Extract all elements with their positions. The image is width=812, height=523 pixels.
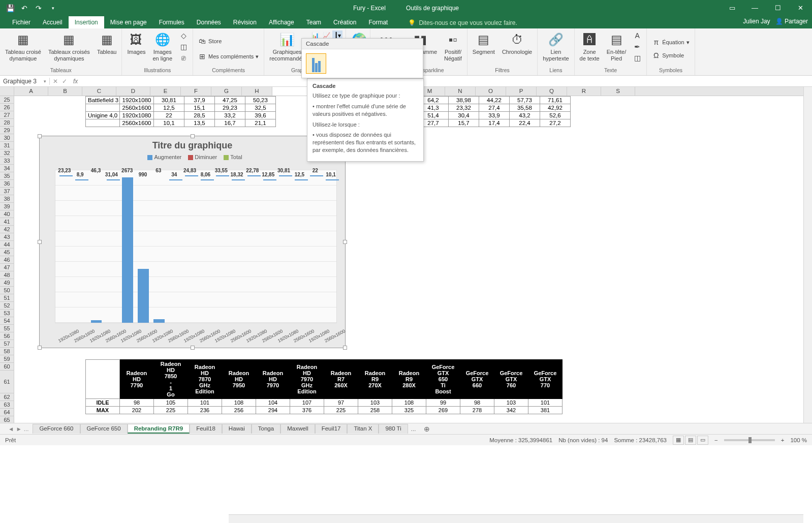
table-button[interactable]: ▦Tableau [95, 30, 119, 56]
table-header[interactable]: RadeonR9280X [392, 360, 426, 399]
col-header[interactable]: S [601, 87, 635, 96]
row-header[interactable]: 37 [0, 188, 14, 195]
tab-fichier[interactable]: Fichier [6, 16, 37, 28]
cell[interactable]: 325 [392, 407, 426, 414]
col-header[interactable]: F [181, 87, 211, 96]
cell[interactable]: 30,81 [154, 97, 184, 104]
qat-customize-icon[interactable]: ▾ [47, 2, 59, 14]
sheet-prev-icon[interactable]: ◄ [8, 426, 14, 432]
cancel-formula-icon[interactable]: ✕ [53, 78, 58, 85]
my-addins-button[interactable]: ⊞Mes compléments ▾ [196, 51, 261, 61]
row-header[interactable]: 41 [0, 218, 14, 226]
cell[interactable]: 269 [426, 407, 460, 414]
cell[interactable]: 225 [154, 407, 188, 414]
online-images-button[interactable]: 🌐Images en ligne [151, 30, 175, 63]
cell[interactable]: 38,98 [449, 97, 479, 104]
equation-button[interactable]: πÉquation ▾ [650, 37, 691, 47]
shapes-button[interactable]: ◇ [177, 30, 190, 41]
cell[interactable]: 13,5 [184, 119, 215, 127]
page-layout-icon[interactable]: ▤ [685, 436, 696, 445]
row-header[interactable]: 47 [0, 264, 14, 271]
undo-icon[interactable]: ↶ [18, 2, 30, 14]
cell[interactable]: 104 [256, 399, 290, 407]
table-header[interactable]: RadeonR9270X [358, 360, 392, 399]
user-name[interactable]: Julien Jay [743, 18, 770, 25]
cell[interactable]: 105 [154, 399, 188, 407]
row-header[interactable]: 29 [0, 127, 14, 134]
tab-affichage[interactable]: Affichage [263, 16, 300, 28]
cell[interactable]: 108 [222, 399, 256, 407]
ribbon-options-icon[interactable]: ▭ [721, 0, 743, 16]
hyperlink-button[interactable]: 🔗Lien hypertexte [541, 30, 571, 63]
row-header[interactable]: 45 [0, 249, 14, 256]
row-header[interactable]: 36 [0, 180, 14, 188]
close-icon[interactable]: ✕ [789, 0, 812, 16]
timeline-button[interactable]: ⏱Chronologie [500, 30, 534, 56]
cell[interactable]: 21,1 [245, 119, 276, 127]
sheet-more-icon[interactable]: ... [24, 426, 29, 432]
zoom-out-icon[interactable]: − [714, 437, 718, 443]
resize-handle[interactable] [38, 240, 42, 244]
row-header[interactable]: 58 [0, 348, 14, 355]
cell[interactable]: 258 [358, 407, 392, 414]
cell[interactable]: 98 [460, 399, 494, 407]
cell[interactable]: 98 [120, 399, 154, 407]
chart-bar[interactable] [326, 179, 339, 180]
resize-handle[interactable] [191, 134, 195, 138]
cell[interactable]: 12,5 [154, 104, 184, 112]
cell[interactable]: 376 [290, 407, 324, 414]
row-header[interactable]: 42 [0, 226, 14, 233]
resize-handle[interactable] [38, 346, 42, 350]
tab-team[interactable]: Team [300, 16, 327, 28]
row-header[interactable]: 52 [0, 302, 14, 310]
wordart-button[interactable]: A [631, 30, 643, 41]
row-header[interactable]: 57 [0, 340, 14, 348]
cell[interactable]: 225 [324, 407, 358, 414]
cell[interactable]: 47,25 [215, 97, 245, 104]
col-header[interactable]: R [567, 87, 601, 96]
chart-bar[interactable] [295, 179, 308, 180]
table-header[interactable]: RadeonHD7870GHzEdition [188, 360, 222, 399]
redo-icon[interactable]: ↷ [33, 2, 45, 14]
save-icon[interactable]: 💾 [4, 2, 16, 14]
cell[interactable]: 44,22 [479, 97, 510, 104]
tab-revision[interactable]: Révision [227, 16, 263, 28]
zoom-level[interactable]: 100 % [790, 437, 807, 443]
table-header[interactable]: RadeonHD7950 [222, 360, 256, 399]
cell[interactable]: 10,1 [154, 119, 184, 127]
chart-bar[interactable] [185, 175, 198, 176]
chart-bar[interactable] [138, 269, 149, 323]
row-header[interactable]: 65 [0, 416, 14, 423]
table-header[interactable]: GeForceGTX770 [528, 360, 563, 399]
table-row-header[interactable]: IDLE [86, 399, 120, 407]
chart-bar[interactable] [232, 179, 245, 180]
row-header[interactable]: 30 [0, 134, 14, 142]
screenshot-button[interactable]: ⎚ [177, 53, 190, 63]
row-header[interactable]: 64 [0, 409, 14, 416]
table-header[interactable] [86, 360, 120, 399]
cell[interactable]: 27,2 [540, 119, 571, 127]
cell[interactable]: 2560x1600 [120, 104, 154, 112]
cell[interactable]: 27,4 [479, 104, 510, 112]
symbol-button[interactable]: ΩSymbole [650, 50, 686, 60]
table-header[interactable]: RadeonHD7970GHzEdition [290, 360, 324, 399]
tell-me-search[interactable]: 💡 Dites-nous ce que vous voulez faire. [404, 17, 521, 28]
cell[interactable]: 103 [358, 399, 392, 407]
sheet-tab[interactable]: GeForce 660 [33, 424, 80, 434]
row-header[interactable]: 56 [0, 332, 14, 340]
signature-button[interactable]: ✒ [631, 42, 643, 52]
row-header[interactable]: 38 [0, 195, 14, 203]
cell[interactable]: 101 [528, 399, 563, 407]
chart-legend[interactable]: Augmenter Diminuer Total [40, 154, 345, 160]
col-header[interactable]: B [48, 87, 82, 96]
waterfall-preset-1[interactable] [306, 53, 326, 74]
table-header[interactable]: GeForceGTX650TiBoost [426, 360, 460, 399]
row-header[interactable]: 35 [0, 172, 14, 180]
minimize-icon[interactable]: — [743, 0, 766, 16]
images-button[interactable]: 🖼Images [125, 30, 147, 56]
smartart-button[interactable]: ◫ [177, 42, 190, 52]
sheet-tab[interactable]: 980 Ti [379, 424, 408, 434]
resize-handle[interactable] [343, 240, 347, 244]
cell[interactable]: 37,9 [184, 97, 215, 104]
row-header[interactable]: 60 [0, 363, 14, 371]
